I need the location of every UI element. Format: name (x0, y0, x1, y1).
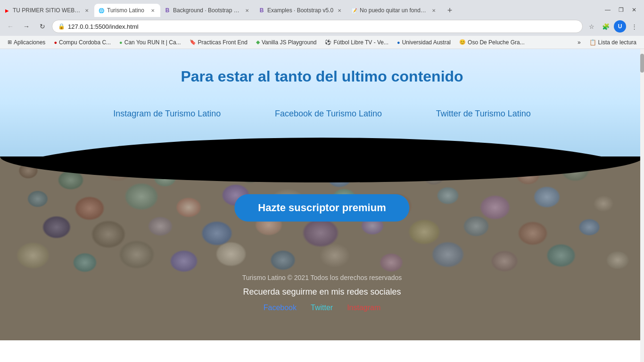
bookmark-vanilla-label: Vanilla JS Playground (262, 39, 317, 46)
tab-5[interactable]: 📝 No puedo quitar un fondo tr... ✕ (347, 4, 441, 17)
bookmarks-bar: ⊞ Aplicaciones ● Compu Cordoba C... ● Ca… (0, 36, 644, 49)
bookmark-canyourun-label: Can You RUN It | Ca... (124, 39, 181, 46)
footer-social-links: Facebook Twitter Instagram (181, 304, 463, 312)
premium-btn-container: Hazte suscriptor premium (234, 194, 409, 222)
bookmark-star-button[interactable]: ☆ (586, 20, 598, 33)
page-content: Para estar al tanto del ultimo contenido… (0, 49, 644, 362)
reading-list-label: Lista de lectura (598, 39, 636, 46)
tab-3-close[interactable]: ✕ (243, 7, 251, 14)
tab-1-favicon: ▶ (4, 7, 10, 14)
tab-5-close[interactable]: ✕ (430, 7, 438, 14)
footer-twitter-link[interactable]: Twitter (311, 304, 333, 312)
tab-4-favicon: B (258, 7, 265, 14)
social-links: Instagram de Turismo Latino Facebook de … (86, 109, 558, 119)
tab-2-favicon: 🌐 (98, 7, 105, 14)
twitter-link[interactable]: Twitter de Turismo Latino (436, 109, 531, 119)
maximize-button[interactable]: ❐ (615, 4, 627, 16)
bookmark-compu-label: Compu Cordoba C... (59, 39, 111, 46)
compu-favicon: ● (54, 40, 57, 45)
bookmark-oso[interactable]: 😊 Oso De Peluche Gra... (455, 38, 528, 47)
vanilla-favicon: ◆ (256, 39, 260, 45)
minimize-button[interactable]: — (602, 4, 614, 16)
reading-list-button[interactable]: 📋 Lista de lectura (586, 38, 640, 47)
footer-follow-text: Recuerda seguirme en mis redes sociales (181, 287, 463, 297)
main-heading: Para estar al tanto del ultimo contenido (9, 68, 635, 85)
footer-content: Turismo Latino © 2021 Todos los derechos… (181, 274, 463, 312)
futbol-favicon: ⚽ (325, 39, 331, 45)
bookmark-apps-label: Aplicaciones (14, 39, 45, 46)
address-text: 127.0.0.1:5500/index.html (68, 23, 577, 30)
tab-2-title: Turismo Latino (107, 7, 147, 14)
tab-3[interactable]: B Background · Bootstrap v5.0 ✕ (160, 4, 255, 17)
top-section: Para estar al tanto del ultimo contenido… (0, 49, 644, 156)
address-input[interactable]: 🔒 127.0.0.1:5500/index.html (52, 20, 583, 33)
reload-button[interactable]: ↻ (36, 20, 49, 33)
bookmark-oso-label: Oso De Peluche Gra... (468, 39, 525, 46)
user-avatar[interactable]: U (614, 20, 626, 33)
bookmark-futbol[interactable]: ⚽ Fútbol Libre TV - Ve... (321, 38, 392, 47)
scrollbar[interactable] (640, 49, 644, 362)
bookmarks-more: » 📋 Lista de lectura (574, 38, 640, 47)
canyourun-favicon: ● (119, 40, 123, 45)
reading-list-icon: 📋 (589, 39, 596, 46)
footer-instagram-link[interactable]: Instagram (347, 304, 380, 312)
address-actions: ☆ 🧩 U ⋮ (586, 20, 640, 33)
tab-4-close[interactable]: ✕ (336, 7, 343, 14)
browser-chrome: ▶ TU PRIMER SITIO WEB CON... ✕ 🌐 Turismo… (0, 0, 644, 49)
bookmark-apps[interactable]: ⊞ Aplicaciones (4, 38, 49, 47)
tab-bar: ▶ TU PRIMER SITIO WEB CON... ✕ 🌐 Turismo… (0, 0, 644, 17)
bookmark-universidad[interactable]: ● Universidad Austral (393, 38, 454, 47)
premium-button[interactable]: Hazte suscriptor premium (234, 194, 409, 222)
apps-favicon: ⊞ (8, 39, 12, 45)
tab-1[interactable]: ▶ TU PRIMER SITIO WEB CON... ✕ (0, 4, 94, 17)
lock-icon: 🔒 (58, 23, 65, 30)
bookmark-practicas-label: Practicas Front End (198, 39, 248, 46)
practicas-favicon: 🔖 (190, 39, 196, 45)
footer-copyright: Turismo Latino © 2021 Todos los derechos… (181, 274, 463, 281)
tab-1-close[interactable]: ✕ (83, 7, 91, 14)
tab-2-close[interactable]: ✕ (149, 7, 157, 14)
bookmark-universidad-label: Universidad Austral (402, 39, 451, 46)
oso-favicon: 😊 (459, 39, 466, 45)
window-controls: — ❐ ✕ (602, 4, 644, 17)
tab-1-title: TU PRIMER SITIO WEB CON... (13, 7, 81, 14)
instagram-link[interactable]: Instagram de Turismo Latino (113, 109, 221, 119)
tab-5-favicon: 📝 (351, 7, 357, 14)
close-button[interactable]: ✕ (628, 4, 640, 16)
address-bar: ← → ↻ 🔒 127.0.0.1:5500/index.html ☆ 🧩 U … (0, 17, 644, 36)
bookmarks-more-icon: » (578, 39, 581, 46)
extensions-button[interactable]: 🧩 (600, 20, 612, 33)
bookmark-futbol-label: Fútbol Libre TV - Ve... (333, 39, 388, 46)
footer-facebook-link[interactable]: Facebook (264, 304, 297, 312)
back-button[interactable]: ← (4, 20, 17, 33)
bookmarks-more-button[interactable]: » (574, 38, 585, 47)
profile-button[interactable]: U (614, 20, 626, 33)
new-tab-button[interactable]: + (443, 4, 456, 17)
facebook-link[interactable]: Facebook de Turismo Latino (275, 109, 382, 119)
bookmark-canyourun[interactable]: ● Can You RUN It | Ca... (116, 38, 185, 47)
bookmark-practicas[interactable]: 🔖 Practicas Front End (186, 38, 251, 47)
bookmark-vanilla[interactable]: ◆ Vanilla JS Playground (252, 38, 321, 47)
universidad-favicon: ● (397, 40, 400, 45)
scrollbar-thumb[interactable] (640, 54, 644, 73)
tab-3-title: Background · Bootstrap v5.0 (173, 7, 241, 14)
stones-background (0, 156, 644, 340)
bookmark-compu[interactable]: ● Compu Cordoba C... (50, 38, 115, 47)
tab-2[interactable]: 🌐 Turismo Latino ✕ (94, 4, 160, 17)
tab-5-title: No puedo quitar un fondo tr... (360, 7, 428, 14)
tab-4[interactable]: B Examples · Bootstrap v5.0 ✕ (255, 4, 347, 17)
tab-4-title: Examples · Bootstrap v5.0 (267, 7, 333, 14)
bottom-section: Hazte suscriptor premium Turismo Latino … (0, 156, 644, 340)
menu-button[interactable]: ⋮ (628, 20, 640, 33)
tab-3-favicon: B (164, 7, 171, 14)
forward-button[interactable]: → (20, 20, 33, 33)
